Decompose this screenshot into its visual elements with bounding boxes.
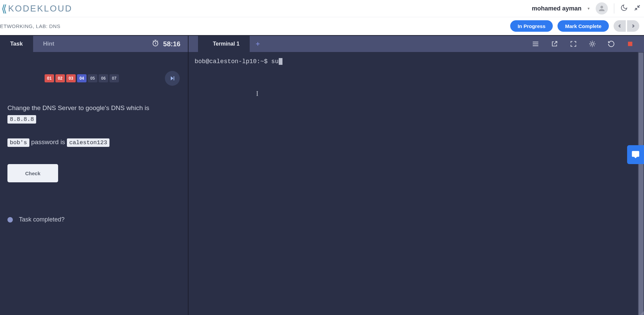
check-button[interactable]: Check [7, 164, 58, 182]
resize-handle[interactable] [640, 311, 644, 315]
svg-point-2 [591, 43, 593, 45]
radio-icon[interactable] [7, 217, 13, 222]
add-terminal-button[interactable] [250, 36, 266, 52]
svg-rect-1 [174, 76, 174, 80]
terminal-panel: Terminal 1 [189, 36, 644, 315]
timer-icon [152, 40, 159, 48]
step-05[interactable]: 05 [88, 74, 97, 82]
dns-ip-chip: 8.8.8.8 [7, 115, 36, 124]
mark-complete-button[interactable]: Mark Complete [558, 20, 609, 32]
step-indicator: 01 02 03 04 05 06 07 [45, 74, 119, 82]
terminal-cursor [279, 58, 282, 65]
timer-value: 58:16 [163, 40, 180, 48]
status-pill[interactable]: In Progress [510, 20, 553, 32]
step-01[interactable]: 01 [45, 74, 54, 82]
terminal-tab-1[interactable]: Terminal 1 [198, 36, 250, 52]
divider [614, 3, 614, 14]
prev-button[interactable] [614, 20, 626, 32]
terminal-command: su [271, 58, 279, 65]
restore-icon[interactable] [608, 40, 615, 48]
password-chip: caleston123 [67, 138, 109, 147]
avatar[interactable] [596, 2, 608, 15]
task-completed-row: Task completed? [7, 216, 180, 223]
scrollbar[interactable] [638, 52, 644, 315]
minimize-icon[interactable] [634, 4, 641, 12]
workspace: Task Hint 58:16 01 02 03 04 05 06 07 [0, 35, 644, 315]
theme-toggle-icon[interactable] [620, 4, 628, 13]
svg-rect-3 [628, 42, 633, 46]
chevron-down-icon[interactable]: ▾ [588, 6, 590, 11]
step-07[interactable]: 07 [109, 74, 119, 82]
stop-icon[interactable] [626, 40, 634, 48]
step-02[interactable]: 02 [55, 74, 65, 82]
brand-logo: ⟪KODEKLOUD [1, 3, 72, 15]
chat-button[interactable] [627, 145, 644, 164]
step-03[interactable]: 03 [66, 74, 76, 82]
brightness-icon[interactable] [589, 40, 596, 48]
user-chip: bob's [7, 138, 29, 147]
header-right: mohamed ayman ▾ [532, 2, 641, 15]
sub-header: ETWORKING, LAB: DNS In Progress Mark Com… [0, 17, 644, 35]
breadcrumb: ETWORKING, LAB: DNS [0, 23, 60, 29]
top-header: ⟪KODEKLOUD mohamed ayman ▾ [0, 0, 644, 17]
next-button[interactable] [627, 20, 639, 32]
fullscreen-icon[interactable] [570, 40, 577, 48]
task-completed-label: Task completed? [19, 216, 65, 223]
terminal-body[interactable]: bob@caleston-lp10:~$ su I [189, 52, 644, 315]
step-06[interactable]: 06 [99, 74, 108, 82]
scrollbar-thumb[interactable] [639, 53, 643, 315]
tab-task[interactable]: Task [0, 36, 33, 52]
text-caret-icon: I [256, 90, 258, 98]
menu-icon[interactable] [532, 40, 539, 48]
tab-hint[interactable]: Hint [33, 36, 65, 52]
task-credentials: bob's password is caleston123 [7, 137, 180, 148]
open-external-icon[interactable] [551, 40, 558, 48]
task-description: Change the DNS Server to google's DNS wh… [7, 103, 180, 125]
user-name[interactable]: mohamed ayman [532, 5, 581, 12]
next-step-button[interactable] [165, 71, 180, 86]
task-panel: Task Hint 58:16 01 02 03 04 05 06 07 [0, 36, 188, 315]
step-04[interactable]: 04 [77, 74, 86, 82]
terminal-prompt: bob@caleston-lp10:~$ [195, 58, 271, 65]
